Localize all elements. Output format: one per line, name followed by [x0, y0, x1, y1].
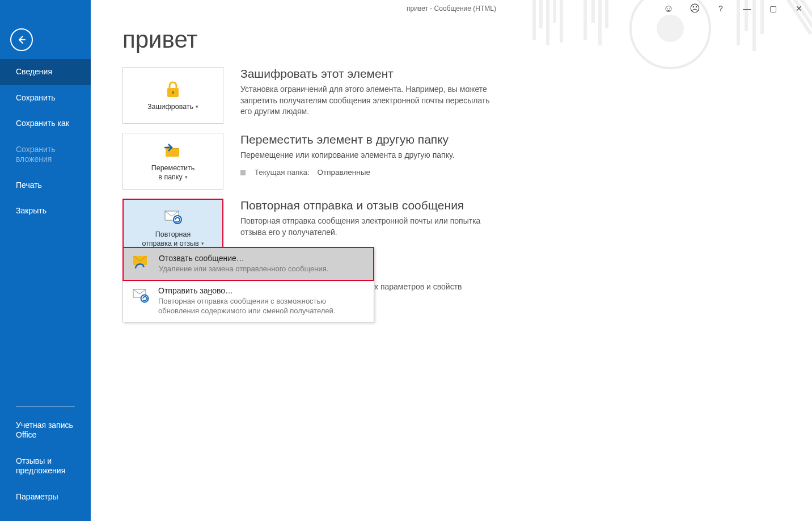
resend-recall-dropdown: Отозвать сообщение… Удаление или замена … [122, 247, 374, 322]
resend-message-icon [131, 286, 150, 305]
current-folder-label: Текущая папка: [255, 168, 310, 177]
svg-point-20 [172, 91, 174, 94]
sidebar-item-label: Учетная запись Office [16, 421, 73, 440]
backstage-sidebar: Сведения Сохранить Сохранить как Сохрани… [0, 0, 91, 521]
lock-icon [166, 79, 180, 100]
chevron-down-icon: ▾ [201, 241, 204, 247]
sidebar-item-label: Закрыть [16, 206, 46, 215]
sidebar-item-label: Сохранить вложения [16, 145, 56, 164]
bullet-icon [240, 170, 246, 175]
dropdown-item-title: Отправить заново… [158, 286, 366, 295]
help-button[interactable]: ? [708, 0, 734, 17]
folder-arrow-icon [163, 141, 183, 161]
resend-button-label-2: отправка и отзыв [142, 240, 198, 247]
close-button[interactable]: ✕ [786, 0, 812, 17]
encrypt-button-label: Зашифровать [147, 103, 193, 111]
recall-message-icon [132, 254, 151, 273]
move-title: Переместить элемент в другую папку [240, 133, 501, 146]
feedback-smile-icon[interactable]: ☺ [655, 0, 682, 17]
chevron-down-icon: ▾ [196, 104, 198, 111]
move-button-label-1: Переместить [151, 164, 195, 172]
arrow-left-icon [16, 35, 27, 45]
dropdown-item-title: Отозвать сообщение… [159, 254, 365, 263]
minimize-button[interactable]: — [734, 0, 760, 17]
move-button-label-2: в папку [158, 173, 182, 181]
sidebar-separator [16, 406, 75, 407]
resend-recall-icon [163, 207, 183, 228]
sidebar-item-print[interactable]: Печать [0, 173, 91, 199]
dropdown-item-desc: Удаление или замена отправленного сообще… [159, 264, 365, 274]
sidebar-item-save[interactable]: Сохранить [0, 85, 91, 111]
sidebar-item-info[interactable]: Сведения [0, 59, 91, 85]
sidebar-item-label: Сведения [16, 67, 52, 76]
sidebar-item-save-attachments: Сохранить вложения [0, 137, 91, 173]
back-button[interactable] [10, 28, 33, 51]
sidebar-item-close[interactable]: Закрыть [0, 198, 91, 224]
dropdown-item-resend[interactable]: Отправить заново… Повторная отправка соо… [123, 280, 374, 322]
sidebar-item-save-as[interactable]: Сохранить как [0, 111, 91, 137]
encrypt-title: Зашифровать этот элемент [240, 67, 501, 81]
resend-title: Повторная отправка и отзыв сообщения [240, 199, 501, 212]
sidebar-item-account[interactable]: Учетная запись Office [0, 413, 91, 448]
window-controls: ☺ ☹ ? — ▢ ✕ [655, 0, 812, 17]
move-to-folder-button[interactable]: Переместитьв папку▾ [122, 133, 223, 190]
window-title: привет - Сообщение (HTML) [407, 5, 496, 12]
encrypt-button[interactable]: Зашифровать▾ [122, 67, 223, 124]
sidebar-item-feedback[interactable]: Отзывы и предложения [0, 448, 91, 484]
section-encrypt: Зашифровать▾ Зашифровать этот элемент Ус… [122, 67, 780, 124]
sidebar-item-label: Печать [16, 180, 42, 190]
dropdown-item-recall[interactable]: Отозвать сообщение… Удаление или замена … [122, 247, 374, 281]
dropdown-item-desc: Повторная отправка сообщения с возможнос… [158, 296, 366, 316]
resend-desc: Повторная отправка сообщения электронной… [240, 216, 501, 238]
page-title: привет [122, 26, 780, 53]
sidebar-item-label: Сохранить как [16, 119, 69, 128]
chevron-down-icon: ▾ [185, 174, 188, 181]
current-folder-value: Отправленные [318, 168, 370, 177]
sidebar-item-options[interactable]: Параметры [0, 484, 91, 510]
current-folder-row: Текущая папка: Отправленные [240, 168, 501, 177]
feedback-frown-icon[interactable]: ☹ [682, 0, 708, 17]
encrypt-desc: Установка ограничений для этого элемента… [240, 84, 501, 117]
sidebar-item-label: Параметры [16, 492, 58, 501]
move-desc: Перемещение или копирование элемента в д… [240, 150, 501, 161]
sidebar-item-label: Сохранить [16, 93, 56, 102]
resend-button-label-1: Повторная [155, 230, 191, 238]
maximize-button[interactable]: ▢ [760, 0, 786, 17]
properties-desc-tail: х параметров и свойств [374, 282, 462, 291]
section-move: Переместитьв папку▾ Переместить элемент … [122, 133, 780, 190]
sidebar-item-label: Отзывы и предложения [16, 456, 65, 476]
